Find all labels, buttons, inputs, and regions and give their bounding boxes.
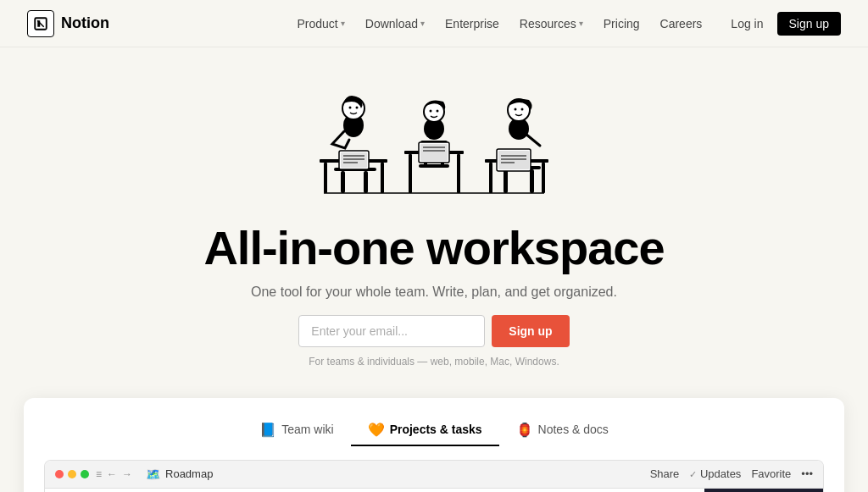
svg-rect-7	[381, 163, 384, 193]
nav-download[interactable]: Download ▾	[357, 12, 433, 36]
tab-team-wiki[interactable]: 📘 Team wiki	[242, 415, 350, 446]
nav-links: Product ▾ Download ▾ Enterprise Resource…	[289, 12, 711, 36]
traffic-lights	[55, 470, 89, 478]
svg-rect-6	[324, 163, 327, 193]
signup-cta-button[interactable]: Sign up	[492, 315, 569, 347]
browser-page-content: 🗺️ Roadmap 5:33	[45, 489, 823, 492]
signup-button[interactable]: Sign up	[777, 12, 841, 36]
hero-form: Sign up	[298, 315, 569, 347]
phone-preview-panel: 5:33	[704, 489, 823, 492]
favorite-button[interactable]: Favorite	[751, 467, 791, 480]
nav-auth: Log in Sign up	[721, 12, 841, 36]
svg-point-41	[521, 108, 524, 111]
logo-icon	[27, 10, 54, 37]
more-button[interactable]: •••	[801, 467, 813, 480]
svg-point-27	[437, 110, 439, 113]
browser-mockup: ≡ ← → 🗺️ Roadmap Share ✓ Updates Favorit…	[44, 460, 824, 492]
nav-product[interactable]: Product ▾	[289, 12, 353, 36]
login-link[interactable]: Log in	[721, 12, 773, 36]
browser-nav-icons: ≡ ← →	[96, 468, 132, 480]
hero-title: All-in-one workspace	[203, 222, 664, 274]
chevron-icon: ▾	[420, 19, 425, 28]
svg-point-26	[430, 110, 432, 113]
share-button[interactable]: Share	[650, 467, 680, 480]
forward-icon[interactable]: →	[122, 468, 132, 480]
svg-rect-13	[341, 152, 367, 168]
svg-point-40	[515, 108, 517, 111]
svg-rect-36	[504, 169, 508, 193]
svg-rect-3	[341, 171, 345, 193]
svg-rect-18	[409, 154, 412, 193]
email-input[interactable]	[298, 315, 485, 347]
navbar: Notion Product ▾ Download ▾ Enterprise R…	[0, 0, 868, 47]
product-tabs: 📘 Team wiki 🧡 Projects & tasks 🏮 Notes &…	[24, 415, 844, 446]
nav-resources[interactable]: Resources ▾	[511, 12, 592, 36]
browser-actions: Share ✓ Updates Favorite •••	[650, 467, 813, 480]
product-preview-section: 📘 Team wiki 🧡 Projects & tasks 🏮 Notes &…	[24, 398, 844, 492]
tab-projects-tasks[interactable]: 🧡 Projects & tasks	[351, 415, 499, 446]
svg-rect-33	[489, 163, 492, 193]
brand-name: Notion	[61, 14, 109, 32]
logo-link[interactable]: Notion	[27, 10, 109, 37]
svg-rect-43	[498, 151, 529, 169]
svg-rect-23	[419, 164, 449, 168]
page-main-content: 🗺️ Roadmap	[45, 489, 704, 492]
chevron-icon: ▾	[579, 19, 583, 28]
hamburger-icon: ≡	[96, 468, 102, 480]
tab-notes-docs[interactable]: 🏮 Notes & docs	[499, 415, 626, 446]
dot-yellow	[68, 470, 76, 478]
browser-toolbar: ≡ ← → 🗺️ Roadmap Share ✓ Updates Favorit…	[45, 461, 823, 489]
nav-enterprise[interactable]: Enterprise	[437, 12, 508, 36]
svg-point-11	[356, 107, 359, 109]
tab-projects-emoji: 🧡	[368, 422, 385, 438]
hero-section: All-in-one workspace One tool for your w…	[0, 47, 868, 384]
nav-pricing[interactable]: Pricing	[595, 12, 648, 36]
svg-rect-4	[364, 171, 368, 193]
svg-rect-34	[542, 163, 545, 193]
dot-red	[55, 470, 64, 478]
svg-rect-19	[457, 154, 460, 193]
hero-illustration	[273, 68, 595, 212]
back-icon[interactable]: ←	[107, 468, 117, 480]
hero-subtitle: One tool for your whole team. Write, pla…	[251, 285, 617, 300]
chevron-icon: ▾	[341, 19, 345, 28]
dot-green	[81, 470, 89, 478]
svg-rect-29	[420, 144, 448, 161]
nav-careers[interactable]: Careers	[652, 12, 711, 36]
page-icon: 🗺️	[146, 467, 160, 481]
hero-note: For teams & individuals — web, mobile, M…	[309, 356, 559, 368]
tab-wiki-emoji: 📘	[259, 422, 276, 438]
svg-point-10	[349, 107, 352, 109]
tab-notes-emoji: 🏮	[516, 422, 533, 438]
svg-rect-37	[530, 169, 534, 193]
browser-address-bar: 🗺️ Roadmap	[146, 467, 213, 481]
updates-button[interactable]: ✓ Updates	[689, 467, 741, 480]
